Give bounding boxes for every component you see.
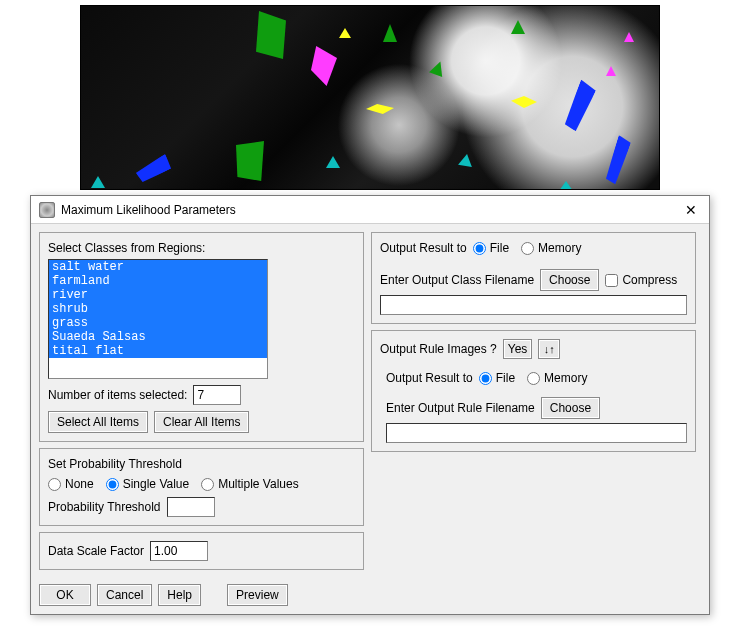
ok-button[interactable]: OK — [39, 584, 91, 606]
classes-label: Select Classes from Regions: — [48, 241, 355, 255]
rule-result-label: Output Result to — [386, 371, 473, 385]
dialog-window: Maximum Likelihood Parameters ✕ Select C… — [30, 195, 710, 615]
region-poly-yellow — [339, 28, 351, 38]
threshold-single-radio[interactable]: Single Value — [106, 477, 190, 491]
radio-input[interactable] — [479, 372, 492, 385]
background-satellite-image — [80, 5, 660, 190]
radio-label: Multiple Values — [218, 477, 298, 491]
window-title: Maximum Likelihood Parameters — [61, 203, 681, 217]
rule-choose-button[interactable]: Choose — [541, 397, 600, 419]
radio-label: None — [65, 477, 94, 491]
prob-threshold-field[interactable] — [167, 497, 215, 517]
prob-threshold-label: Probability Threshold — [48, 500, 161, 514]
cancel-button[interactable]: Cancel — [97, 584, 152, 606]
rule-filename-field[interactable] — [386, 423, 687, 443]
classes-panel: Select Classes from Regions: salt water … — [39, 232, 364, 442]
radio-input[interactable] — [527, 372, 540, 385]
list-item[interactable]: grass — [49, 316, 267, 330]
app-icon — [39, 202, 55, 218]
titlebar[interactable]: Maximum Likelihood Parameters ✕ — [31, 196, 709, 224]
radio-input[interactable] — [521, 242, 534, 255]
rule-images-label: Output Rule Images ? — [380, 342, 497, 356]
output-rule-memory-radio[interactable]: Memory — [527, 371, 587, 385]
list-item[interactable]: river — [49, 288, 267, 302]
radio-input[interactable] — [473, 242, 486, 255]
bottom-button-row: OK Cancel Help Preview — [39, 584, 288, 606]
threshold-panel: Set Probability Threshold None Single Va… — [39, 448, 364, 526]
region-poly-teal — [326, 156, 340, 168]
select-all-button[interactable]: Select All Items — [48, 411, 148, 433]
radio-input[interactable] — [201, 478, 214, 491]
rule-images-toggle[interactable]: Yes — [503, 339, 533, 359]
region-poly-teal — [91, 176, 105, 188]
radio-input[interactable] — [106, 478, 119, 491]
class-choose-button[interactable]: Choose — [540, 269, 599, 291]
list-item[interactable]: shrub — [49, 302, 267, 316]
region-poly-green — [383, 24, 397, 42]
list-item[interactable]: Suaeda Salsas — [49, 330, 267, 344]
radio-label: Single Value — [123, 477, 190, 491]
button-gap — [207, 584, 221, 606]
output-class-panel: Output Result to File Memory Enter Outpu… — [371, 232, 696, 324]
radio-label: File — [490, 241, 509, 255]
output-class-file-radio[interactable]: File — [473, 241, 509, 255]
class-filename-field[interactable] — [380, 295, 687, 315]
classes-listbox[interactable]: salt water farmland river shrub grass Su… — [48, 259, 268, 379]
radio-label: Memory — [538, 241, 581, 255]
output-rule-file-radio[interactable]: File — [479, 371, 515, 385]
region-poly-magenta — [606, 66, 616, 76]
scale-field[interactable] — [150, 541, 208, 561]
compress-checkbox[interactable]: Compress — [605, 273, 677, 287]
swap-icon[interactable]: ↓↑ — [538, 339, 560, 359]
scale-panel: Data Scale Factor — [39, 532, 364, 570]
count-label: Number of items selected: — [48, 388, 187, 402]
region-poly-green — [236, 141, 264, 181]
region-poly-green — [511, 20, 525, 34]
close-icon[interactable]: ✕ — [681, 200, 701, 220]
region-poly-magenta — [624, 32, 634, 42]
output-rule-panel: Output Rule Images ? Yes ↓↑ Output Resul… — [371, 330, 696, 452]
output-result-label: Output Result to — [380, 241, 467, 255]
dialog-body: Select Classes from Regions: salt water … — [31, 224, 709, 614]
radio-label: Memory — [544, 371, 587, 385]
threshold-none-radio[interactable]: None — [48, 477, 94, 491]
count-field[interactable] — [193, 385, 241, 405]
radio-input[interactable] — [48, 478, 61, 491]
list-item[interactable]: salt water — [49, 260, 267, 274]
rule-filename-label: Enter Output Rule Filename — [386, 401, 535, 415]
clear-all-button[interactable]: Clear All Items — [154, 411, 249, 433]
checkbox-label: Compress — [622, 273, 677, 287]
right-column: Output Result to File Memory Enter Outpu… — [371, 232, 696, 458]
region-poly-teal — [458, 153, 474, 167]
list-item[interactable]: tital flat — [49, 344, 267, 358]
help-button[interactable]: Help — [158, 584, 201, 606]
radio-label: File — [496, 371, 515, 385]
output-class-memory-radio[interactable]: Memory — [521, 241, 581, 255]
preview-button[interactable]: Preview — [227, 584, 288, 606]
threshold-heading: Set Probability Threshold — [48, 457, 355, 471]
scale-label: Data Scale Factor — [48, 544, 144, 558]
list-item[interactable]: farmland — [49, 274, 267, 288]
region-poly-teal — [559, 181, 573, 190]
checkbox-input[interactable] — [605, 274, 618, 287]
left-column: Select Classes from Regions: salt water … — [39, 232, 364, 576]
class-filename-label: Enter Output Class Filename — [380, 273, 534, 287]
threshold-multiple-radio[interactable]: Multiple Values — [201, 477, 298, 491]
